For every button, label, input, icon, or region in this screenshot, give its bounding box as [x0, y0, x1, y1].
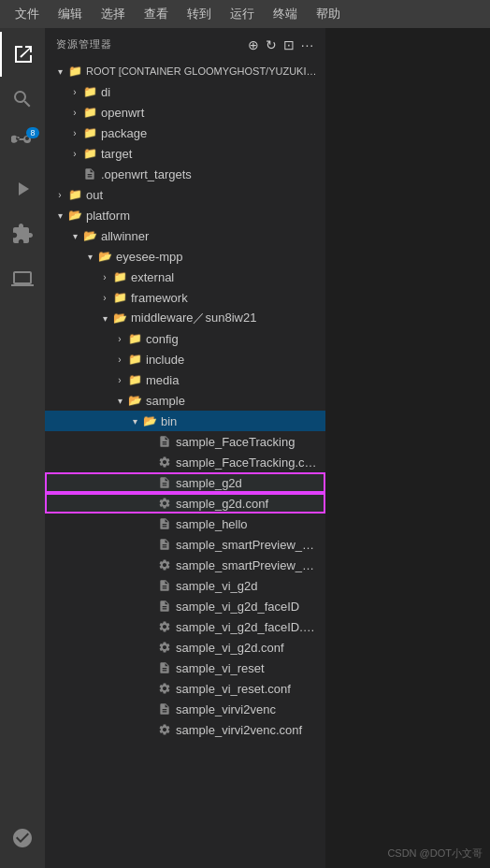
file-icon — [157, 475, 172, 490]
tree-item[interactable]: ›📁openwrt — [45, 102, 325, 123]
collapse-icon[interactable]: ⊡ — [283, 37, 295, 52]
sidebar-header: 资源管理器 ⊕ ↻ ⊡ ··· — [45, 28, 325, 61]
activity-remote[interactable] — [0, 256, 45, 301]
file-icon — [157, 702, 172, 716]
tree-item-label: platform — [86, 209, 318, 223]
tree-item[interactable]: ›📁include — [45, 349, 325, 369]
tree-item-label: openwrt — [101, 106, 318, 120]
tree-container[interactable]: ▾ 📁 ROOT [CONTAINER GLOOMYGHOST/YUZUKILI… — [45, 61, 325, 868]
tree-item[interactable]: sample_smartPreview_demo.conf — [45, 555, 325, 575]
tree-item[interactable]: .openwrt_targets — [45, 164, 325, 184]
menu-view[interactable]: 查看 — [137, 4, 176, 24]
tree-item[interactable]: sample_hello — [45, 514, 325, 534]
file-icon — [157, 619, 172, 634]
file-icon: 📁 — [127, 331, 142, 346]
menu-help[interactable]: 帮助 — [309, 4, 348, 24]
tree-item[interactable]: ▾📂platform — [45, 205, 325, 225]
tree-item[interactable]: ▾📂allwinner — [45, 225, 325, 246]
tree-item[interactable]: ▾📂middleware／sun8iw21 — [45, 308, 325, 328]
refresh-icon[interactable]: ↻ — [266, 37, 278, 52]
tree-item-label: framework — [131, 291, 318, 305]
tree-root[interactable]: ▾ 📁 ROOT [CONTAINER GLOOMYGHOST/YUZUKILI… — [45, 61, 325, 81]
activity-docker[interactable] — [0, 816, 45, 861]
tree-item[interactable]: sample_virvi2venc — [45, 699, 325, 719]
tree-item[interactable]: sample_FaceTracking — [45, 431, 325, 452]
remote-icon — [11, 268, 34, 290]
tree-item[interactable]: sample_g2d.conf — [45, 493, 325, 514]
tree-item[interactable]: ▾📂eyesee-mpp — [45, 246, 325, 267]
tree-item[interactable]: ›📁media — [45, 369, 325, 390]
tree-item-label: sample_vi_reset.conf — [176, 682, 318, 696]
tree-item-label: target — [101, 147, 318, 161]
file-icon — [157, 496, 172, 511]
tree-item[interactable]: sample_FaceTracking.conf — [45, 452, 325, 472]
tree-item-label: bin — [161, 414, 318, 428]
tree-item-label: sample — [146, 394, 318, 408]
tree-item-label: sample_g2d.conf — [176, 497, 318, 511]
tree-chevron — [142, 660, 157, 675]
tree-item[interactable]: sample_vi_g2d_faceID.conf — [45, 616, 325, 637]
new-file-icon[interactable]: ⊕ — [248, 37, 260, 52]
tree-item[interactable]: sample_vi_g2d.conf — [45, 637, 325, 658]
menu-terminal[interactable]: 终端 — [266, 4, 305, 24]
file-icon — [157, 640, 172, 655]
activity-source-control[interactable]: 8 — [0, 122, 45, 166]
file-icon: 📂 — [82, 228, 97, 243]
tree-item[interactable]: sample_vi_reset.conf — [45, 678, 325, 699]
menu-file[interactable]: 文件 — [7, 4, 47, 24]
tree-item-label: sample_FaceTracking.conf — [176, 456, 318, 470]
activity-extensions[interactable] — [0, 211, 45, 256]
tree-item[interactable]: ›📁config — [45, 328, 325, 349]
tree-item[interactable]: ›📁di — [45, 81, 325, 102]
activity-explorer[interactable] — [0, 32, 45, 77]
file-icon — [157, 599, 172, 614]
menu-select[interactable]: 选择 — [94, 4, 133, 24]
tree-item-label: sample_smartPreview_demo — [176, 538, 318, 552]
file-icon — [157, 660, 172, 675]
tree-chevron — [142, 722, 157, 737]
main-layout: 8 资源管理器 — [0, 28, 490, 868]
file-icon: 📁 — [127, 372, 142, 387]
tree-chevron: › — [67, 105, 82, 120]
tree-chevron — [142, 516, 157, 531]
menu-goto[interactable]: 转到 — [180, 4, 219, 24]
tree-item-label: .openwrt_targets — [101, 167, 318, 181]
tree-item[interactable]: ›📁framework — [45, 287, 325, 308]
tree-chevron — [142, 619, 157, 634]
menu-run[interactable]: 运行 — [223, 4, 262, 24]
tree-item[interactable]: ›📁out — [45, 184, 325, 205]
tree-item[interactable]: sample_vi_g2d_faceID — [45, 596, 325, 616]
tree-item[interactable]: sample_g2d — [45, 472, 325, 493]
tree-chevron — [142, 537, 157, 552]
tree-item-label: sample_FaceTracking — [176, 435, 318, 449]
file-icon — [157, 681, 172, 696]
menu-edit[interactable]: 编辑 — [50, 4, 90, 24]
tree-chevron — [142, 557, 157, 572]
tree-item-label: sample_vi_g2d_faceID.conf — [176, 620, 318, 634]
tree-item-label: sample_vi_g2d — [176, 579, 318, 593]
tree-item[interactable]: ›📁target — [45, 143, 325, 164]
file-icon: 📁 — [112, 269, 127, 284]
tree-item[interactable]: ›📁external — [45, 267, 325, 287]
search-icon — [11, 88, 34, 110]
file-icon — [157, 537, 172, 552]
tree-item[interactable]: sample_vi_reset — [45, 658, 325, 678]
more-actions-icon[interactable]: ··· — [301, 37, 314, 52]
root-label: ROOT [CONTAINER GLOOMYGHOST/YUZUKILIZ... — [86, 65, 318, 77]
tree-item[interactable]: sample_vi_g2d — [45, 575, 325, 596]
tree-item[interactable]: sample_virvi2venc.conf — [45, 719, 325, 740]
tree-chevron: ▾ — [82, 249, 97, 264]
sidebar: 资源管理器 ⊕ ↻ ⊡ ··· ▾ 📁 ROOT [CONTAINER GLOO… — [45, 28, 325, 868]
file-icon — [157, 578, 172, 593]
tree-item[interactable]: ›📁package — [45, 123, 325, 143]
tree-item-label: sample_vi_g2d.conf — [176, 641, 318, 655]
activity-search[interactable] — [0, 77, 45, 122]
tree-item[interactable]: ▾📂sample — [45, 390, 325, 411]
file-icon: 📂 — [97, 249, 112, 264]
tree-chevron: › — [112, 331, 127, 346]
tree-item[interactable]: ▾📂bin — [45, 411, 325, 431]
tree-item-label: package — [101, 126, 318, 140]
tree-item[interactable]: sample_smartPreview_demo — [45, 534, 325, 555]
activity-run[interactable] — [0, 166, 45, 211]
tree-item-label: middleware／sun8iw21 — [131, 310, 318, 326]
